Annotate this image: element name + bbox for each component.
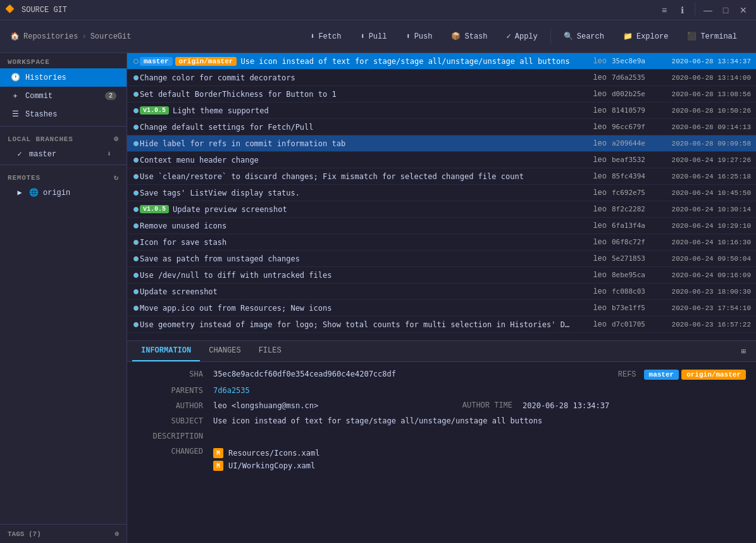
search-button[interactable]: 🔍 Search	[555, 28, 613, 45]
changed-file-row: MResources/Icons.xaml	[213, 447, 746, 459]
commit-date: 2020-06-24 10:45:50	[662, 189, 751, 197]
commit-row[interactable]: Use `clean/restore` to discard changes; …	[127, 168, 756, 185]
commit-row[interactable]: Save tags' ListView display status.leofc…	[127, 185, 756, 201]
commit-row[interactable]: Use geometry instead of image for logo; …	[127, 316, 756, 333]
sidebar-item-commit[interactable]: ✈ Commit 2	[0, 87, 127, 105]
commit-date: 2020-06-24 19:27:26	[662, 156, 751, 164]
commit-row[interactable]: Icon for save stashleo06f8c72f2020-06-24…	[127, 234, 756, 251]
commit-row[interactable]: Change default settings for Fetch/Pullle…	[127, 119, 756, 135]
commit-row[interactable]: v1.0.5Update preview screenshotleo8f2c22…	[127, 201, 756, 218]
commit-row[interactable]: Change color for commit decoratorsleo7d6…	[127, 70, 756, 86]
commit-row[interactable]: v1.0.5Light theme supportedleo8141057920…	[127, 103, 756, 119]
maximize-button[interactable]: □	[718, 3, 733, 18]
ref-master: master	[644, 370, 679, 380]
commit-message: Use /dev/null to diff with untracked fil…	[140, 271, 574, 280]
commit-date: 2020-06-24 09:16:09	[662, 272, 751, 279]
sidebar-item-origin[interactable]: ▶ 🌐 origin	[0, 185, 127, 201]
apply-button[interactable]: ✓ Apply	[498, 28, 547, 45]
file-type-icon: M	[213, 461, 223, 471]
local-branches-add-icon[interactable]: ⊕	[114, 134, 119, 144]
commit-graph	[132, 289, 140, 294]
stashes-label: Stashes	[25, 110, 57, 119]
refs-label: REFS	[618, 370, 636, 379]
tab-changes[interactable]: CHANGES	[200, 341, 249, 361]
terminal-button[interactable]: ⬛ Terminal	[678, 28, 746, 45]
commit-author: leo	[574, 172, 612, 181]
commit-sha: 5e271853	[612, 254, 662, 263]
author-time-label: AUTHOR TIME	[437, 401, 512, 410]
sidebar-item-master[interactable]: ✓ master ⬇	[0, 146, 127, 162]
commit-row[interactable]: Use /dev/null to diff with untracked fil…	[127, 267, 756, 284]
commit-date: 2020-06-28 13:34:37	[662, 58, 751, 65]
master-filter-icon[interactable]: ⬇	[107, 149, 111, 159]
fetch-button[interactable]: ⬇ Fetch	[301, 28, 350, 45]
commit-message: Remove unused icons	[140, 222, 574, 230]
commit-row[interactable]: Set default BorderThickness for Button t…	[127, 86, 756, 103]
sidebar: WORKSPACE 🕐 Histories ✈ Commit 2 ☰ Stash…	[0, 53, 127, 543]
push-button[interactable]: ⬆ Push	[397, 28, 441, 45]
content-area: masterorigin/masterUse icon instead of t…	[127, 53, 756, 543]
commit-row[interactable]: Context menu header changeleobeaf3532202…	[127, 152, 756, 168]
commit-date: 2020-06-24 10:29:10	[662, 222, 751, 230]
commit-sha: 8ebe95ca	[612, 271, 662, 279]
file-name[interactable]: Resources/Icons.xaml	[228, 449, 320, 458]
breadcrumb-sep: ›	[82, 32, 86, 41]
commit-row[interactable]: Remove unused iconsleo6fa13f4a2020-06-24…	[127, 218, 756, 234]
pull-label: Pull	[369, 32, 387, 41]
fetch-label: Fetch	[318, 32, 341, 41]
commit-sha: 96cc679f	[612, 123, 662, 131]
commit-graph	[132, 223, 140, 228]
sha-value: 35ec8e9acdcf60df0e354cead960c4e4207cc8df	[213, 370, 618, 378]
tags-add-icon[interactable]: ⊕	[115, 530, 119, 538]
file-name[interactable]: UI/WorkingCopy.xaml	[228, 461, 315, 470]
stash-button[interactable]: 📦 Stash	[442, 28, 496, 45]
parent-sha-link[interactable]: 7d6a2535	[213, 386, 250, 395]
commit-graph	[132, 59, 140, 64]
detail-description-row: DESCRIPTION	[137, 432, 746, 440]
remotes-fetch-icon[interactable]: ↻	[114, 173, 119, 182]
commit-row[interactable]: masterorigin/masterUse icon instead of t…	[127, 53, 756, 70]
sidebar-item-stashes[interactable]: ☰ Stashes	[0, 105, 127, 123]
commit-row[interactable]: Update screenshotleofc088c032020-06-23 1…	[127, 284, 756, 300]
explore-button[interactable]: 📁 Explore	[614, 28, 677, 45]
tag-badge: origin/master	[175, 57, 237, 66]
info-button[interactable]: ℹ	[674, 3, 690, 18]
tab-information[interactable]: INFORMATION	[132, 341, 200, 361]
detail-layout-icon[interactable]: ⊞	[736, 343, 751, 360]
toolbar: 🏠 Repositories › SourceGit ⬇ Fetch ⬇ Pul…	[0, 20, 756, 53]
pull-button[interactable]: ⬇ Pull	[351, 28, 395, 45]
minimize-button[interactable]: —	[700, 3, 716, 18]
detail-panel: INFORMATION CHANGES FILES ⊞ SHA 35ec8e9a…	[127, 340, 756, 543]
settings-button[interactable]: ≡	[657, 3, 672, 18]
remotes-section: REMOTES ↻	[0, 168, 127, 185]
author-time-value: 2020-06-28 13:34:37	[523, 401, 746, 410]
close-button[interactable]: ✕	[736, 3, 751, 18]
changed-label: CHANGED	[137, 447, 213, 456]
origin-label: origin	[43, 189, 70, 197]
breadcrumb-repositories[interactable]: Repositories	[23, 32, 78, 41]
commit-row[interactable]: Hide label for refs in commit informatio…	[127, 135, 756, 152]
commit-tags: masterorigin/master	[140, 57, 237, 66]
commit-row[interactable]: Save as patch from unstaged changesleo5e…	[127, 251, 756, 267]
search-label: Search	[577, 32, 604, 41]
commit-row[interactable]: Move app.ico out from Resources; New ico…	[127, 300, 756, 316]
commit-message: Use icon instead of text for stage/stage…	[240, 57, 574, 66]
detail-changed-row: CHANGED MResources/Icons.xamlMUI/Working…	[137, 447, 746, 472]
sidebar-spacer	[0, 201, 127, 524]
commit-sha: fc692e75	[612, 189, 662, 197]
tags-section: TAGS (7) ⊕	[0, 525, 127, 543]
sidebar-item-histories[interactable]: 🕐 Histories	[0, 68, 127, 87]
commit-message: Change default settings for Fetch/Pull	[140, 123, 574, 132]
commit-sha: a209644e	[612, 139, 662, 147]
histories-icon: 🕐	[10, 73, 20, 82]
commit-graph	[132, 256, 140, 261]
commit-date: 2020-06-24 09:50:04	[662, 255, 751, 263]
commit-graph	[132, 108, 140, 113]
commit-list[interactable]: masterorigin/masterUse icon instead of t…	[127, 53, 756, 340]
tab-files[interactable]: FILES	[250, 341, 290, 361]
breadcrumb-repo[interactable]: SourceGit	[90, 32, 132, 41]
commit-author: leo	[574, 271, 612, 280]
commit-author: leo	[574, 189, 612, 197]
commit-message: Use geometry instead of image for logo; …	[140, 320, 574, 329]
commit-date: 2020-06-23 16:57:22	[662, 321, 751, 328]
